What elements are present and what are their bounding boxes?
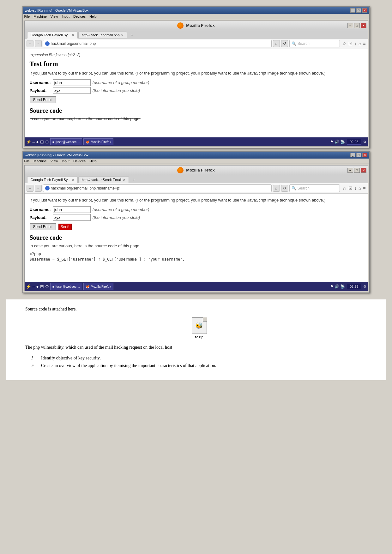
ff-restore-2[interactable]: □	[354, 168, 360, 173]
menu-icon-2[interactable]: ≡	[363, 186, 365, 191]
ff-minimize-2[interactable]: –	[347, 168, 353, 173]
tab-payroll-2[interactable]: Georgia Tech Payroll Sy... ✕	[27, 176, 78, 183]
list-item-2: ii. Create an overview of the applicatio…	[25, 363, 373, 368]
taskbar-terminal-1[interactable]: ■ [user@websec:...	[50, 138, 82, 145]
menu-help-2[interactable]: Help	[89, 159, 97, 163]
file-label: t2.zip	[195, 335, 203, 339]
back-btn-1[interactable]: ←	[27, 40, 33, 47]
vbox-title-text-2: webvsc [Running] - Oracle VM VirtualBox	[25, 153, 89, 157]
url-text-1: hackmail.org/sendmail.php	[51, 41, 269, 46]
vbox-controls-1: _ □ ✕	[350, 8, 367, 13]
tab-sendemail-2[interactable]: http://hack...=Send+Email ✕	[78, 176, 129, 183]
menu-devices-2[interactable]: Devices	[73, 159, 86, 163]
tray-icon-settings[interactable]: ⚙	[363, 140, 366, 144]
tab-close-sendemail-2[interactable]: ✕	[123, 178, 125, 182]
security-icon-1: i	[45, 41, 50, 46]
zip-bee-icon: 🐝	[195, 322, 203, 329]
start-icon-2[interactable]: ⚡	[26, 284, 31, 289]
menu-view-1[interactable]: View	[51, 15, 58, 18]
menu-file-2[interactable]: File	[24, 159, 30, 163]
vbox-minimize-btn-2[interactable]: _	[350, 153, 355, 157]
reader-btn-2[interactable]: □	[273, 185, 280, 192]
forward-btn-1[interactable]: →	[35, 40, 42, 47]
taskbar-firefox-1[interactable]: 🦊 Mozilla Firefox	[83, 138, 113, 145]
start-icon-1[interactable]: ⚡	[26, 139, 31, 144]
sent-badge-2: Sent!	[58, 224, 72, 230]
taskbar-1: ⚡ – ● ⊞ ⊙ ■ [user@websec:... 🦊 Mozilla F…	[25, 137, 368, 146]
taskbar-terminal-2[interactable]: ■ [user@websec:...	[50, 283, 82, 290]
apps-icon-2[interactable]: ⊞	[40, 284, 44, 289]
menu-input-2[interactable]: Input	[62, 159, 69, 163]
tab-bar-1: Georgia Tech Payroll Sy... ✕ http://hack…	[25, 30, 368, 39]
tab-close-payroll-2[interactable]: ✕	[72, 178, 74, 182]
payload-input-2[interactable]	[53, 214, 91, 221]
vbox-minimize-btn-1[interactable]: _	[350, 8, 355, 13]
vbox-restore-btn-1[interactable]: □	[356, 8, 361, 13]
new-tab-btn-2[interactable]: +	[131, 177, 137, 183]
star-icon-1[interactable]: ☆	[342, 41, 347, 46]
new-tab-btn-1[interactable]: +	[129, 32, 135, 38]
globe-icon-2: ⊙	[45, 284, 49, 289]
search-icon-1: 🔍	[292, 41, 296, 46]
vbox-close-btn-1[interactable]: ✕	[362, 8, 367, 13]
tab-close-hackmail-1[interactable]: ✕	[121, 33, 124, 37]
obscured-text-1: In case you are curious, here is the sou…	[30, 116, 141, 121]
refresh-btn-1[interactable]: ↺	[281, 40, 288, 47]
source-code-heading-2: Source code	[30, 234, 363, 241]
tab-label-payroll-1: Georgia Tech Payroll Sy...	[31, 33, 70, 37]
refresh-btn-2[interactable]: ↺	[281, 185, 288, 192]
home-icon-2[interactable]: ⌂	[359, 186, 361, 191]
back-btn-2[interactable]: ←	[27, 185, 33, 192]
username-row-1: Username: (username of a group member)	[30, 79, 151, 87]
send-email-btn-2[interactable]: Send Email	[30, 223, 56, 230]
download-icon-2[interactable]: ↓	[354, 186, 357, 191]
ff-controls-2: – □ ✕	[347, 168, 366, 173]
tray-icons-2: ⚑ 🔊 📡	[330, 284, 345, 289]
home-icon-1[interactable]: ⌂	[359, 41, 361, 46]
url-box-1[interactable]: i hackmail.org/sendmail.php	[43, 40, 272, 47]
ff-restore-1[interactable]: □	[354, 23, 360, 28]
menu-devices-1[interactable]: Devices	[73, 15, 86, 18]
send-email-btn-1[interactable]: Send Email	[30, 96, 56, 103]
firefox-taskbar-icon-2: 🦊	[86, 285, 89, 288]
username-input-1[interactable]	[53, 79, 91, 86]
tab-hackmail-1[interactable]: http://hack...endmail.php ✕	[78, 32, 127, 38]
taskbar-firefox-2[interactable]: 🦊 Mozilla Firefox	[83, 283, 113, 290]
page-content-1: expression like javascript:2+2). Test fo…	[25, 49, 368, 137]
pocket-icon-1[interactable]: ☑	[348, 41, 353, 46]
payload-input-1[interactable]	[53, 87, 91, 94]
menu-input-1[interactable]: Input	[62, 15, 69, 18]
virtualbox-window-1: webvsc [Running] - Oracle VM VirtualBox …	[22, 6, 370, 148]
search-box-2[interactable]: 🔍 Search	[289, 184, 340, 192]
ff-close-2[interactable]: ✕	[361, 168, 366, 173]
menu-machine-1[interactable]: Machine	[33, 15, 47, 18]
menu-help-1[interactable]: Help	[89, 15, 97, 18]
apps-icon-1[interactable]: ⊞	[40, 139, 44, 144]
download-icon-1[interactable]: ↓	[354, 41, 357, 46]
address-bar-2: ← → i hackmail.org/sendmail.php?username…	[25, 183, 368, 194]
menu-icon-1[interactable]: ≡	[363, 41, 365, 46]
taskbar-right-2: ⚑ 🔊 📡 02:29 ⚙	[330, 284, 366, 289]
globe-icon-1: ⊙	[45, 139, 49, 144]
pocket-icon-2[interactable]: ☑	[348, 186, 353, 191]
zip-file-icon[interactable]: 🐝	[192, 317, 207, 334]
ff-controls-1: – □ ✕	[347, 23, 366, 28]
menu-file-1[interactable]: File	[24, 15, 30, 18]
username-input-2[interactable]	[53, 206, 91, 213]
url-box-2[interactable]: i hackmail.org/sendmail.php?username=jc	[43, 184, 272, 192]
ff-close-1[interactable]: ✕	[361, 23, 366, 28]
menu-view-2[interactable]: View	[51, 159, 58, 163]
vbox-restore-btn-2[interactable]: □	[356, 153, 361, 157]
star-icon-2[interactable]: ☆	[342, 186, 347, 191]
ff-minimize-1[interactable]: –	[347, 23, 353, 28]
taskbar-right-1: ⚑ 🔊 📡 02:28 ⚙	[330, 139, 366, 145]
circle-icon-1: ●	[36, 139, 39, 144]
search-box-1[interactable]: 🔍 Search	[289, 40, 340, 47]
menu-machine-2[interactable]: Machine	[33, 159, 47, 163]
reader-btn-1[interactable]: □	[273, 40, 280, 47]
tab-close-payroll-1[interactable]: ✕	[72, 33, 74, 37]
vbox-close-btn-2[interactable]: ✕	[362, 153, 367, 157]
tray-icon-settings-2[interactable]: ⚙	[363, 285, 366, 289]
tab-payroll-1[interactable]: Georgia Tech Payroll Sy... ✕	[27, 32, 78, 39]
forward-btn-2[interactable]: →	[35, 185, 42, 192]
